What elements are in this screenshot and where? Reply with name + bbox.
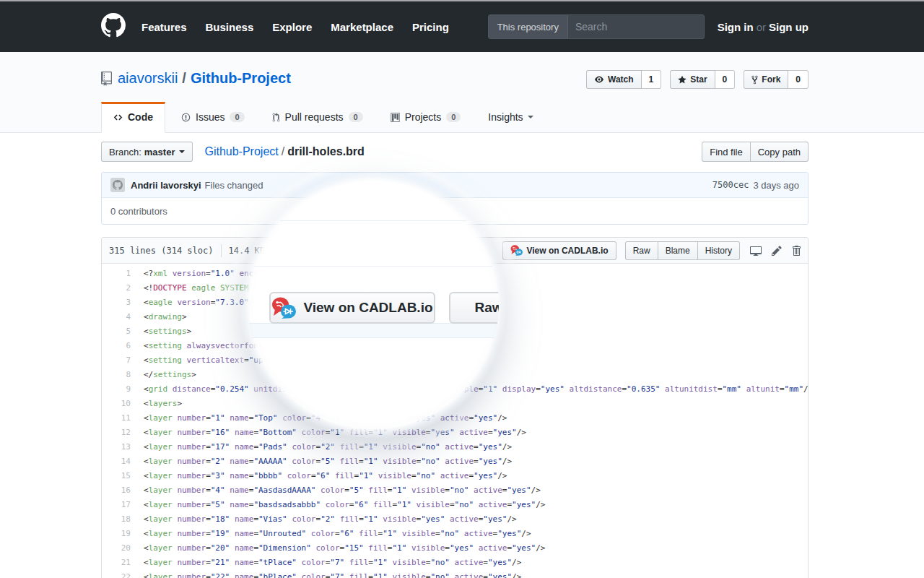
- code-text: <eagle version="7.3.0">: [131, 296, 253, 310]
- line-number[interactable]: 2: [102, 281, 131, 296]
- github-logo[interactable]: [101, 13, 126, 40]
- repo-title-separator: /: [182, 70, 186, 87]
- fork-count[interactable]: 0: [788, 70, 808, 89]
- line-number[interactable]: 22: [102, 570, 131, 578]
- nav-link-pricing[interactable]: Pricing: [412, 21, 449, 33]
- repo-owner-link[interactable]: aiavorskii: [118, 70, 178, 87]
- line-number[interactable]: 13: [102, 440, 131, 454]
- branch-selector-button[interactable]: Branch:master: [101, 142, 193, 162]
- code-line: 10<layers>: [102, 397, 808, 411]
- line-number[interactable]: 14: [102, 454, 131, 469]
- pencil-icon: [772, 245, 782, 256]
- file-blob-box: 315 lines (314 sloc) 14.4 KB View on CAD…: [101, 237, 808, 578]
- sign-in-link[interactable]: Sign in: [718, 21, 754, 33]
- projects-counter: 0: [446, 112, 461, 122]
- code-text: <?xml version="1.0" encoding="utf-8"?>: [131, 267, 326, 281]
- line-number[interactable]: 18: [102, 512, 131, 527]
- file-header: 315 lines (314 sloc) 14.4 KB View on CAD…: [102, 238, 808, 264]
- code-line: 8</settings>: [102, 368, 808, 382]
- raw-button[interactable]: Raw: [625, 241, 658, 260]
- repo-pagehead: aiavorskii / Github-Project Watch 1 Star…: [0, 52, 924, 133]
- code-line: 13<layer number="17" name="Pads" color="…: [102, 440, 808, 454]
- file-lines-info: 315 lines (314 sloc): [109, 246, 214, 256]
- code-line: 18<layer number="18" name="Vias" color="…: [102, 512, 808, 527]
- nav-link-business[interactable]: Business: [206, 21, 254, 33]
- line-number[interactable]: 5: [102, 324, 131, 339]
- line-number[interactable]: 4: [102, 310, 131, 324]
- magnified-raw-button[interactable]: Raw: [449, 292, 499, 324]
- line-number[interactable]: 1: [102, 267, 131, 281]
- line-number[interactable]: 10: [102, 397, 131, 411]
- line-number[interactable]: 16: [102, 483, 131, 498]
- nav-link-explore[interactable]: Explore: [272, 21, 312, 33]
- edit-file-button[interactable]: [772, 245, 782, 256]
- tab-code[interactable]: Code: [101, 102, 165, 133]
- code-text: <setting alwaysvectorfont="no"/>: [131, 339, 297, 353]
- find-file-button[interactable]: Find file: [702, 142, 751, 162]
- code-line: 21<layer number="21" name="tPlace" color…: [102, 556, 808, 570]
- repo-name-link[interactable]: Github-Project: [191, 70, 291, 87]
- line-number[interactable]: 15: [102, 469, 131, 483]
- open-in-desktop-button[interactable]: [750, 245, 762, 256]
- watch-button[interactable]: Watch: [586, 70, 642, 89]
- code-line: 19<layer number="19" name="Unrouted" col…: [102, 527, 808, 541]
- line-number[interactable]: 7: [102, 353, 131, 368]
- code-line: 6<setting alwaysvectorfont="no"/>: [102, 339, 808, 353]
- star-count[interactable]: 0: [715, 70, 736, 89]
- auth-or-text: or: [757, 21, 766, 33]
- code-line: 14<layer number="2" name="AAAAA" color="…: [102, 454, 808, 469]
- delete-file-button[interactable]: [792, 245, 801, 256]
- nav-link-marketplace[interactable]: Marketplace: [331, 21, 393, 33]
- watch-count[interactable]: 1: [642, 70, 662, 89]
- fork-group: Fork 0: [744, 70, 808, 89]
- magnified-view-on-cadlab-button[interactable]: View on CADLAB.io: [269, 292, 435, 324]
- code-line: 11<layer number="1" name="Top" color="4"…: [102, 411, 808, 426]
- code-line: 15<layer number="3" name="bbbb" color="6…: [102, 469, 808, 483]
- fork-button[interactable]: Fork: [744, 70, 788, 89]
- star-button[interactable]: Star: [670, 70, 715, 89]
- search-input[interactable]: [568, 21, 705, 33]
- history-button[interactable]: History: [698, 241, 740, 260]
- line-number[interactable]: 11: [102, 411, 131, 426]
- tab-pull-requests[interactable]: Pull requests0: [261, 102, 375, 132]
- line-number[interactable]: 8: [102, 368, 131, 382]
- code-text: <layer number="5" name="basdsadsabbb" co…: [131, 498, 545, 512]
- code-text: <layer number="21" name="tPlace" color="…: [131, 556, 521, 570]
- tab-projects[interactable]: Projects0: [379, 102, 473, 132]
- code-text: <layer number="18" name="Vias" color="2"…: [131, 512, 517, 527]
- code-text: <settings>: [131, 324, 191, 339]
- sign-up-link[interactable]: Sign up: [769, 21, 808, 33]
- watch-group: Watch 1: [586, 70, 661, 89]
- view-on-cadlab-button[interactable]: View on CADLAB.io: [502, 241, 616, 260]
- nav-link-features[interactable]: Features: [141, 21, 187, 33]
- code-line: 16<layer number="4" name="AasdasdAAAA" c…: [102, 483, 808, 498]
- commit-author-link[interactable]: Andrii Iavorskyi: [131, 180, 201, 191]
- tab-issues[interactable]: Issues0: [170, 102, 256, 132]
- line-number[interactable]: 17: [102, 498, 131, 512]
- blame-button[interactable]: Blame: [658, 241, 698, 260]
- eye-icon: [594, 75, 604, 84]
- github-mark-icon: [101, 13, 126, 38]
- breadcrumb-file-name: drill-holes.brd: [287, 145, 365, 158]
- copy-path-button[interactable]: Copy path: [751, 142, 808, 162]
- commit-time: 3 days ago: [753, 180, 799, 191]
- code-text: <layer number="16" name="Bottom" color="…: [131, 426, 526, 440]
- line-number[interactable]: 20: [102, 541, 131, 556]
- tab-insights[interactable]: Insights: [476, 102, 544, 132]
- line-number[interactable]: 19: [102, 527, 131, 541]
- code-text: <layer number="2" name="AAAAA" color="5"…: [131, 454, 512, 469]
- line-number[interactable]: 9: [102, 382, 131, 397]
- line-number[interactable]: 12: [102, 426, 131, 440]
- pulls-counter: 0: [349, 112, 363, 122]
- contributors-link[interactable]: 0 contributors: [110, 206, 167, 217]
- breadcrumb-repo-link[interactable]: Github-Project: [204, 145, 278, 158]
- commit-sha-link[interactable]: 7500cec: [712, 180, 749, 190]
- commit-tease-box: Andrii Iavorskyi Files changed 7500cec 3…: [101, 172, 808, 225]
- line-number[interactable]: 6: [102, 339, 131, 353]
- code-text: <layers>: [131, 397, 182, 411]
- line-number[interactable]: 21: [102, 556, 131, 570]
- commit-message-link[interactable]: Files changed: [205, 180, 263, 191]
- line-number[interactable]: 3: [102, 296, 131, 310]
- fork-icon: [751, 75, 758, 85]
- avatar[interactable]: [110, 178, 125, 192]
